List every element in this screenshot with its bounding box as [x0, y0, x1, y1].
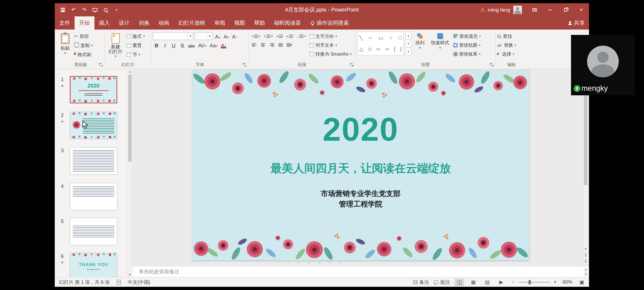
- section-button[interactable]: 节 ▾: [127, 51, 145, 58]
- reading-view-button[interactable]: ▤: [483, 278, 492, 286]
- bold-button[interactable]: B: [153, 41, 160, 49]
- replace-button[interactable]: ab 替换 ▾: [497, 42, 526, 49]
- align-center-button[interactable]: [259, 42, 266, 49]
- slide-canvas[interactable]: 2020 最美人间四月天，让阅读在云端绽放 市场营销专业学生党支部 管理工程学院: [192, 71, 529, 260]
- slide-title-year[interactable]: 2020: [192, 113, 529, 146]
- font-color-button[interactable]: A▾: [220, 41, 227, 49]
- warning-icon[interactable]: ⚠: [480, 7, 485, 13]
- zoom-slider[interactable]: [519, 282, 550, 282]
- minimize-button[interactable]: [542, 3, 558, 16]
- slide-3-thumbnail[interactable]: [70, 147, 117, 175]
- tab-home[interactable]: 开始: [75, 16, 94, 30]
- comments-toggle-button[interactable]: 批注: [434, 279, 450, 285]
- quick-styles-button[interactable]: 快速样式 ▾: [429, 32, 451, 50]
- zoom-level[interactable]: 60%: [563, 279, 572, 285]
- underline-button[interactable]: U: [170, 41, 177, 49]
- shape-arrow-left-icon[interactable]: ⇦: [376, 46, 380, 52]
- tab-animations[interactable]: 动画: [154, 16, 174, 30]
- next-slide-button[interactable]: ▼▼: [583, 258, 588, 264]
- columns-button[interactable]: ▾: [286, 42, 293, 49]
- change-case-button[interactable]: Aa▾: [209, 41, 218, 49]
- font-size-combo[interactable]: ▾: [195, 32, 213, 40]
- fit-to-window-button[interactable]: ▣: [577, 278, 586, 286]
- bullets-button[interactable]: •▾: [250, 33, 261, 40]
- align-left-button[interactable]: [250, 42, 258, 49]
- spellcheck-icon[interactable]: [117, 280, 121, 285]
- paste-button[interactable]: 粘贴 ▾: [58, 32, 72, 56]
- character-spacing-button[interactable]: AV▾: [197, 41, 207, 49]
- drawing-dialog-launcher-icon[interactable]: [490, 63, 493, 66]
- editor-scrollbar[interactable]: ▲ ▼ ▲▲ ▼▼: [583, 70, 588, 265]
- scroll-down-icon[interactable]: ▼: [583, 247, 588, 252]
- shapes-scroll-down-button[interactable]: ▾: [406, 40, 411, 47]
- shape-fill-button[interactable]: 形状填充 ▾: [453, 33, 481, 40]
- shape-square-icon[interactable]: □: [398, 35, 401, 41]
- tab-review[interactable]: 审阅: [210, 16, 230, 30]
- zoom-slider-thumb[interactable]: [529, 280, 531, 284]
- paragraph-dialog-launcher-icon[interactable]: [350, 63, 353, 66]
- new-slide-button[interactable]: 新建 幻灯片 ▾: [107, 32, 125, 59]
- increase-font-button[interactable]: A▴: [214, 32, 221, 40]
- scroll-down-icon[interactable]: ▼: [584, 272, 588, 277]
- scroll-down-icon[interactable]: ▼: [128, 272, 132, 277]
- format-painter-button[interactable]: 格式刷: [74, 51, 93, 58]
- font-dialog-launcher-icon[interactable]: [243, 63, 246, 66]
- tab-transitions[interactable]: 切换: [134, 16, 154, 30]
- ribbon-display-options-button[interactable]: [527, 3, 542, 16]
- shape-rectangle-icon[interactable]: ▭: [378, 35, 383, 41]
- italic-button[interactable]: I: [162, 41, 169, 49]
- slide-4-thumbnail[interactable]: [70, 183, 117, 210]
- text-direction-button[interactable]: 文字方向 ▾: [310, 33, 352, 40]
- shape-brace-right-icon[interactable]: }: [400, 46, 402, 52]
- account-avatar[interactable]: [513, 6, 522, 14]
- language-indicator[interactable]: 中文(中国): [128, 279, 150, 285]
- tab-foxit-reader[interactable]: 福昕阅读器: [269, 16, 305, 30]
- shapes-more-button[interactable]: ▾: [406, 48, 411, 55]
- normal-view-button[interactable]: ◫: [455, 278, 464, 286]
- slideshow-view-button[interactable]: ▶: [497, 278, 506, 286]
- layout-button[interactable]: 版式 ▾: [127, 33, 145, 40]
- slide-2-thumbnail[interactable]: [70, 112, 117, 139]
- shape-straight-line-icon[interactable]: ─: [368, 35, 372, 41]
- arrange-button[interactable]: 排列 ▾: [413, 32, 427, 50]
- slide-5-thumb[interactable]: [70, 218, 117, 245]
- ink-button[interactable]: [103, 7, 109, 13]
- numbering-button[interactable]: 1▾: [263, 33, 274, 40]
- slide-1-thumbnail[interactable]: 2020: [70, 76, 117, 103]
- line-spacing-button[interactable]: ↕▾: [296, 33, 307, 40]
- reset-button[interactable]: 重置: [127, 42, 145, 49]
- notes-toggle-button[interactable]: 备注: [413, 279, 429, 285]
- share-button[interactable]: 共享: [568, 16, 585, 30]
- shape-triangle-icon[interactable]: △: [359, 46, 363, 52]
- zoom-in-button[interactable]: +: [552, 279, 558, 285]
- tab-design[interactable]: 设计: [114, 16, 134, 30]
- notes-scrollbar[interactable]: ▲ ▼: [584, 267, 588, 277]
- notes-pane[interactable]: 单击此处添加备注 ▲ ▼: [132, 266, 589, 277]
- find-button[interactable]: 查找: [497, 33, 526, 40]
- shapes-gallery[interactable]: ╲ ─ ▭ ○ □ △ ◇ ⇦ ⇨ { }: [357, 32, 404, 55]
- slide-subtitle[interactable]: 最美人间四月天，让阅读在云端绽放: [192, 161, 529, 176]
- tell-me-search[interactable]: 操作说明搜索: [305, 16, 354, 30]
- shape-line-icon[interactable]: ╲: [359, 35, 362, 41]
- cut-button[interactable]: ✂ 剪切: [74, 33, 93, 40]
- shape-oval-icon[interactable]: ○: [389, 35, 392, 41]
- convert-smartart-button[interactable]: 转换为 SmartArt ▾: [310, 50, 352, 57]
- zoom-out-button[interactable]: −: [511, 279, 516, 285]
- account-name[interactable]: ming fang: [488, 7, 510, 13]
- select-button[interactable]: 选择 ▾: [497, 50, 526, 57]
- scroll-up-icon[interactable]: ▲: [128, 69, 132, 74]
- tab-help[interactable]: 帮助: [250, 16, 269, 30]
- redo-button[interactable]: ↷: [81, 7, 87, 13]
- increase-indent-button[interactable]: ▸: [286, 33, 294, 40]
- shape-brace-left-icon[interactable]: {: [394, 46, 395, 52]
- slide-org-line-1[interactable]: 市场营销专业学生党支部: [192, 189, 529, 198]
- font-name-combo[interactable]: ▾: [153, 32, 193, 40]
- slide-sorter-view-button[interactable]: ▦: [469, 278, 478, 286]
- notes-placeholder[interactable]: 单击此处添加备注: [139, 268, 180, 275]
- text-shadow-button[interactable]: S: [179, 41, 186, 49]
- align-text-button[interactable]: 对齐文本 ▾: [310, 42, 352, 49]
- tab-file[interactable]: 文件: [55, 16, 75, 30]
- shape-outline-button[interactable]: 形状轮廓 ▾: [453, 42, 481, 49]
- decrease-font-button[interactable]: A▾: [223, 32, 230, 40]
- previous-slide-button[interactable]: ▲▲: [583, 252, 588, 258]
